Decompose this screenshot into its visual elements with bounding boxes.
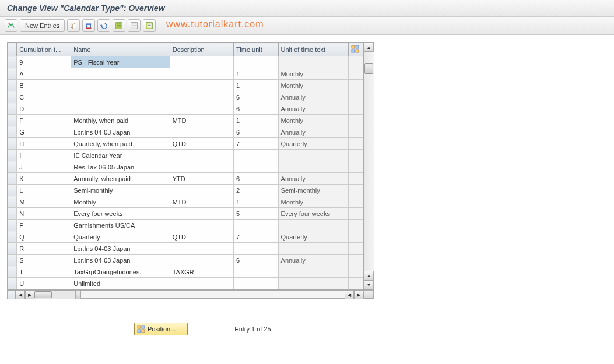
row-select-handle[interactable] bbox=[8, 220, 17, 231]
cell-name[interactable]: Monthly bbox=[71, 196, 170, 208]
cell-time-unit[interactable]: 7 bbox=[234, 231, 279, 243]
cell-cumulation[interactable]: J bbox=[17, 161, 71, 173]
undo-button[interactable] bbox=[97, 19, 110, 32]
row-select-handle[interactable] bbox=[8, 278, 17, 289]
cell-cumulation[interactable]: Q bbox=[17, 231, 71, 243]
column-header-name[interactable]: Name bbox=[71, 43, 170, 56]
cell-time-unit[interactable]: 1 bbox=[234, 68, 279, 80]
cell-time-unit[interactable]: 2 bbox=[234, 185, 279, 196]
cell-cumulation[interactable]: S bbox=[17, 255, 71, 266]
cell-description[interactable] bbox=[170, 243, 233, 255]
cell-name[interactable]: Quarterly, when paid bbox=[71, 138, 170, 150]
cell-description[interactable] bbox=[170, 208, 233, 220]
row-select-handle[interactable] bbox=[8, 185, 17, 196]
scroll-down-button-upper[interactable]: ▲ bbox=[364, 271, 374, 280]
cell-cumulation[interactable]: 9 bbox=[17, 56, 71, 68]
deselect-all-button[interactable] bbox=[128, 19, 141, 32]
cell-cumulation[interactable]: T bbox=[17, 266, 71, 278]
cell-cumulation[interactable]: K bbox=[17, 173, 71, 185]
cell-description[interactable]: QTD bbox=[170, 138, 233, 150]
cell-time-unit[interactable]: 7 bbox=[234, 138, 279, 150]
cell-cumulation[interactable]: U bbox=[17, 278, 71, 289]
cell-cumulation[interactable]: R bbox=[17, 243, 71, 255]
row-select-handle[interactable] bbox=[8, 161, 17, 173]
cell-cumulation[interactable]: B bbox=[17, 80, 71, 91]
cell-cumulation[interactable]: L bbox=[17, 185, 71, 196]
cell-cumulation[interactable]: C bbox=[17, 91, 71, 103]
cell-description[interactable]: MTD bbox=[170, 196, 233, 208]
hscroll-left-end-button[interactable]: ◀ bbox=[345, 290, 354, 299]
row-select-handle[interactable] bbox=[8, 103, 17, 115]
horizontal-scrollbar[interactable]: ◀ ▶ ◀ ▶ bbox=[8, 289, 374, 299]
cell-time-unit[interactable] bbox=[234, 266, 279, 278]
cell-name[interactable]: Res.Tax 06-05 Japan bbox=[71, 161, 170, 173]
column-header-description[interactable]: Description bbox=[170, 43, 233, 56]
cell-time-unit[interactable] bbox=[234, 278, 279, 289]
hscroll-left-button[interactable]: ◀ bbox=[16, 290, 25, 299]
cell-description[interactable] bbox=[170, 150, 233, 161]
cell-time-unit[interactable] bbox=[234, 161, 279, 173]
cell-time-unit[interactable]: 6 bbox=[234, 126, 279, 138]
cell-time-unit[interactable]: 6 bbox=[234, 103, 279, 115]
cell-name[interactable]: PS - Fiscal Year bbox=[71, 56, 170, 68]
cell-description[interactable] bbox=[170, 68, 233, 80]
column-header-unit-text[interactable]: Unit of time text bbox=[278, 43, 348, 56]
cell-time-unit[interactable]: 1 bbox=[234, 115, 279, 126]
cell-description[interactable] bbox=[170, 80, 233, 91]
row-select-handle[interactable] bbox=[8, 126, 17, 138]
hscroll-track[interactable] bbox=[34, 290, 75, 299]
row-select-handle[interactable] bbox=[8, 208, 17, 220]
cell-name[interactable] bbox=[71, 103, 170, 115]
scroll-down-button[interactable]: ▼ bbox=[364, 280, 374, 289]
scroll-up-button[interactable]: ▲ bbox=[364, 43, 374, 52]
cell-description[interactable] bbox=[170, 255, 233, 266]
cell-cumulation[interactable]: M bbox=[17, 196, 71, 208]
row-select-handle[interactable] bbox=[8, 115, 17, 126]
cell-description[interactable] bbox=[170, 161, 233, 173]
cell-cumulation[interactable]: D bbox=[17, 103, 71, 115]
cell-time-unit[interactable]: 6 bbox=[234, 91, 279, 103]
row-select-handle[interactable] bbox=[8, 68, 17, 80]
row-select-handle[interactable] bbox=[8, 138, 17, 150]
select-all-button[interactable] bbox=[113, 19, 125, 32]
row-select-handle[interactable] bbox=[8, 91, 17, 103]
cell-name[interactable] bbox=[71, 68, 170, 80]
delete-button[interactable] bbox=[82, 19, 95, 32]
cell-name[interactable] bbox=[71, 80, 170, 91]
column-header-cumulation[interactable]: Cumulation t... bbox=[17, 43, 71, 56]
cell-description[interactable] bbox=[170, 220, 233, 231]
new-entries-button[interactable]: New Entries bbox=[20, 19, 65, 32]
cell-time-unit[interactable]: 6 bbox=[234, 255, 279, 266]
cell-time-unit[interactable]: 1 bbox=[234, 80, 279, 91]
hscroll-thumb[interactable] bbox=[34, 291, 52, 298]
cell-cumulation[interactable]: P bbox=[17, 220, 71, 231]
cell-description[interactable] bbox=[170, 278, 233, 289]
cell-name[interactable]: Lbr.Ins 04-03 Japan bbox=[71, 126, 170, 138]
cell-description[interactable] bbox=[170, 185, 233, 196]
cell-time-unit[interactable]: 1 bbox=[234, 196, 279, 208]
cell-description[interactable]: YTD bbox=[170, 173, 233, 185]
print-button[interactable] bbox=[143, 19, 156, 32]
cell-cumulation[interactable]: F bbox=[17, 115, 71, 126]
cell-cumulation[interactable]: A bbox=[17, 68, 71, 80]
cell-description[interactable]: MTD bbox=[170, 115, 233, 126]
cell-name[interactable]: Unlimited bbox=[71, 278, 170, 289]
row-select-handle[interactable] bbox=[8, 243, 17, 255]
row-select-handle[interactable] bbox=[8, 150, 17, 161]
vertical-scrollbar[interactable]: ▲ ▲ ▼ bbox=[363, 43, 374, 289]
cell-cumulation[interactable]: N bbox=[17, 208, 71, 220]
cell-name[interactable]: Monthly, when paid bbox=[71, 115, 170, 126]
cell-name[interactable]: Annually, when paid bbox=[71, 173, 170, 185]
cell-name[interactable]: Garnishments US/CA bbox=[71, 220, 170, 231]
position-button[interactable]: Position... bbox=[134, 323, 188, 335]
cell-name[interactable]: Lbr.Ins 04-03 Japan bbox=[71, 243, 170, 255]
column-config-button[interactable] bbox=[348, 43, 363, 56]
cell-time-unit[interactable] bbox=[234, 243, 279, 255]
cell-time-unit[interactable] bbox=[234, 56, 279, 68]
cell-cumulation[interactable]: G bbox=[17, 126, 71, 138]
cell-name[interactable]: TaxGrpChangeIndones. bbox=[71, 266, 170, 278]
cell-description[interactable] bbox=[170, 103, 233, 115]
copy-button[interactable] bbox=[67, 19, 80, 32]
row-select-handle[interactable] bbox=[8, 56, 17, 68]
cell-description[interactable] bbox=[170, 126, 233, 138]
